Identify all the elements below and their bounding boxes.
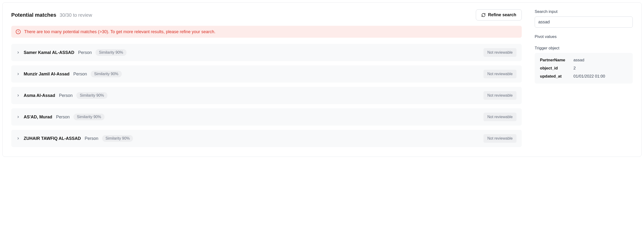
match-list: Samer Kamal AL-ASSADPersonSimilarity 90%… bbox=[11, 44, 522, 147]
chevron-right-icon bbox=[16, 137, 20, 140]
trigger-key: object_id bbox=[540, 66, 574, 71]
status-badge: Not reviewable bbox=[484, 48, 516, 57]
chevron-right-icon bbox=[16, 94, 20, 97]
refine-search-button[interactable]: Refine search bbox=[476, 9, 522, 20]
match-name: Samer Kamal AL-ASSAD bbox=[24, 50, 74, 55]
svg-point-2 bbox=[18, 33, 18, 33]
pivot-values-label: Pivot values bbox=[535, 34, 633, 39]
match-type: Person bbox=[59, 93, 72, 98]
match-item[interactable]: Munzir Jamil Al-AssadPersonSimilarity 90… bbox=[11, 65, 522, 83]
similarity-badge: Similarity 90% bbox=[102, 135, 133, 142]
similarity-badge: Similarity 90% bbox=[74, 114, 104, 120]
pivot-values-section: Pivot values bbox=[535, 34, 633, 39]
alert-too-many-matches: There are too many potential matches (>3… bbox=[11, 26, 522, 38]
match-item[interactable]: Asma Al-AssadPersonSimilarity 90%Not rev… bbox=[11, 87, 522, 104]
chevron-right-icon bbox=[16, 51, 20, 54]
match-name: AS'AD, Murad bbox=[24, 115, 52, 120]
chevron-right-icon bbox=[16, 115, 20, 119]
search-input-label: Search input bbox=[535, 9, 633, 14]
match-name: Munzir Jamil Al-Assad bbox=[24, 72, 70, 77]
trigger-object-box: PartnerNameassadobject_id2updated_at01/0… bbox=[535, 53, 633, 84]
chevron-right-icon bbox=[16, 72, 20, 76]
trigger-object-label: Trigger object bbox=[535, 46, 633, 51]
page-title: Potential matches bbox=[11, 12, 56, 18]
main-column: Potential matches 30/30 to review Refine… bbox=[11, 9, 522, 147]
match-name: Asma Al-Assad bbox=[24, 93, 55, 98]
trigger-row: updated_at01/01/2022 01:00 bbox=[540, 74, 628, 79]
trigger-value: 01/01/2022 01:00 bbox=[574, 74, 605, 79]
trigger-row: PartnerNameassad bbox=[540, 58, 628, 63]
refresh-icon bbox=[481, 13, 486, 17]
page-panel: Potential matches 30/30 to review Refine… bbox=[2, 2, 642, 157]
status-badge: Not reviewable bbox=[484, 70, 516, 78]
trigger-object-section: Trigger object PartnerNameassadobject_id… bbox=[535, 46, 633, 84]
trigger-key: PartnerName bbox=[540, 58, 574, 63]
search-input-section: Search input bbox=[535, 9, 633, 28]
status-badge: Not reviewable bbox=[484, 134, 516, 143]
header-row: Potential matches 30/30 to review Refine… bbox=[11, 9, 522, 20]
refine-search-label: Refine search bbox=[488, 12, 516, 17]
similarity-badge: Similarity 90% bbox=[96, 49, 126, 56]
trigger-value: 2 bbox=[574, 66, 576, 71]
alert-text: There are too many potential matches (>3… bbox=[24, 29, 216, 34]
match-type: Person bbox=[56, 115, 70, 120]
match-type: Person bbox=[85, 136, 98, 141]
match-item[interactable]: ZUHAIR TAWFIQ AL-ASSADPersonSimilarity 9… bbox=[11, 130, 522, 147]
trigger-key: updated_at bbox=[540, 74, 574, 79]
search-input[interactable] bbox=[535, 16, 633, 28]
sidebar-column: Search input Pivot values Trigger object… bbox=[535, 9, 633, 147]
status-badge: Not reviewable bbox=[484, 91, 516, 100]
match-type: Person bbox=[73, 72, 87, 77]
status-badge: Not reviewable bbox=[484, 113, 516, 121]
title-block: Potential matches 30/30 to review bbox=[11, 12, 92, 18]
alert-icon bbox=[16, 29, 21, 34]
match-type: Person bbox=[78, 50, 92, 55]
match-name: ZUHAIR TAWFIQ AL-ASSAD bbox=[24, 136, 81, 141]
match-item[interactable]: Samer Kamal AL-ASSADPersonSimilarity 90%… bbox=[11, 44, 522, 61]
review-count: 30/30 to review bbox=[60, 12, 92, 18]
similarity-badge: Similarity 90% bbox=[76, 92, 107, 99]
trigger-row: object_id2 bbox=[540, 66, 628, 71]
similarity-badge: Similarity 90% bbox=[91, 71, 122, 77]
match-item[interactable]: AS'AD, MuradPersonSimilarity 90%Not revi… bbox=[11, 108, 522, 125]
trigger-value: assad bbox=[574, 58, 584, 63]
